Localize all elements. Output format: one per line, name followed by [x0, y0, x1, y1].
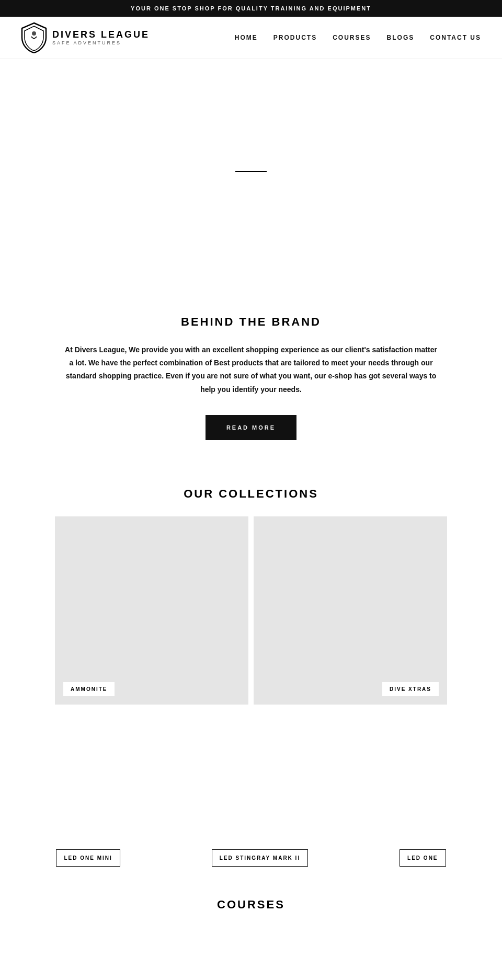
courses-heading: COURSES	[21, 898, 481, 912]
nav-courses[interactable]: COURSES	[333, 34, 371, 41]
main-nav: HOME PRODUCTS COURSES BLOGS CONTACT US	[235, 34, 481, 41]
nav-products[interactable]: PRODUCTS	[273, 34, 317, 41]
logo-shield-icon	[21, 22, 47, 53]
announcement-bar: YOUR ONE STOP SHOP FOR QUALITY TRAINING …	[0, 0, 502, 17]
courses-section: COURSES	[0, 882, 502, 932]
collection-label-dive-xtras: DIVE XTRAS	[382, 682, 439, 696]
behind-brand-section: BEHIND THE BRAND At Divers League, We pr…	[0, 284, 502, 466]
collection-card-ammonite[interactable]: AMMONITE	[55, 516, 248, 705]
product-tag-led-stingray[interactable]: LED STINGRAY MARK II	[212, 849, 308, 867]
collections-grid: AMMONITE DIVE XTRAS	[10, 516, 492, 705]
logo-main-text: DIVERS LEAGUE	[52, 30, 150, 40]
announcement-text: YOUR ONE STOP SHOP FOR QUALITY TRAINING …	[131, 5, 371, 11]
product-showcase: LED ONE MINI LED STINGRAY MARK II LED ON…	[0, 715, 502, 882]
behind-brand-heading: BEHIND THE BRAND	[63, 315, 439, 329]
svg-point-0	[32, 31, 36, 36]
logo-text: DIVERS LEAGUE SAFE ADVENTURES	[52, 30, 150, 45]
nav-home[interactable]: HOME	[235, 34, 258, 41]
nav-contact[interactable]: CONTACT US	[430, 34, 481, 41]
behind-brand-body: At Divers League, We provide you with an…	[63, 343, 439, 396]
header: DIVERS LEAGUE SAFE ADVENTURES HOME PRODU…	[0, 17, 502, 59]
hero-divider	[235, 171, 267, 172]
nav-blogs[interactable]: BLOGS	[387, 34, 415, 41]
collection-card-dive-xtras[interactable]: DIVE XTRAS	[254, 516, 447, 705]
hero-section	[0, 59, 502, 284]
logo-sub-text: SAFE ADVENTURES	[52, 40, 150, 45]
logo[interactable]: DIVERS LEAGUE SAFE ADVENTURES	[21, 22, 150, 53]
collection-label-ammonite: AMMONITE	[63, 682, 115, 696]
read-more-button[interactable]: READ MORE	[206, 415, 296, 440]
product-tag-led-one[interactable]: LED ONE	[400, 849, 446, 867]
collections-section: OUR COLLECTIONS AMMONITE DIVE XTRAS	[0, 466, 502, 715]
collections-heading: OUR COLLECTIONS	[10, 487, 492, 501]
product-tag-led-one-mini[interactable]: LED ONE MINI	[56, 849, 120, 867]
